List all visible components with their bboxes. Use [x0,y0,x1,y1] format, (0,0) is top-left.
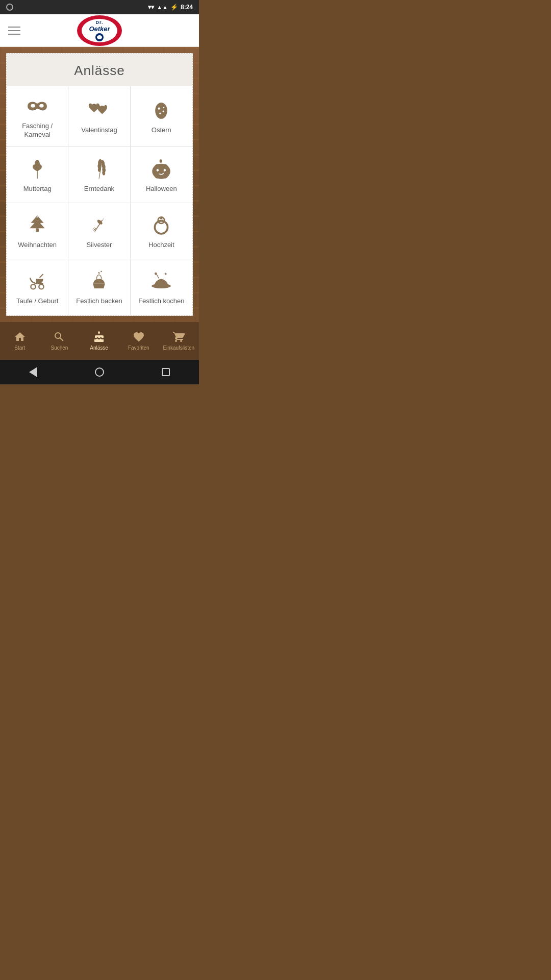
kochen-label: Festlich kochen [138,297,184,306]
mask-icon [27,95,48,117]
main-content: Anlässe Fasching /Karneval Valentinstag [0,47,199,322]
nav-start[interactable]: Start [5,331,35,351]
svg-marker-40 [101,271,103,273]
roast-icon [151,271,172,292]
svg-point-0 [31,104,35,108]
ostern-label: Ostern [152,126,171,135]
battery-icon: ⚡ [170,4,178,11]
time-display: 8:24 [181,4,193,11]
wheat-icon [88,158,110,180]
backen-label: Festlich backen [76,297,122,306]
weihnachten-label: Weihnachten [18,241,57,250]
nav-favoriten[interactable]: Favoriten [123,331,154,351]
home-button[interactable] [92,365,107,379]
ring-icon [151,214,172,236]
occasion-taufe[interactable]: Taufe / Geburt [7,259,68,315]
pumpkin-icon [151,158,172,180]
search-icon [53,331,65,343]
svg-point-5 [160,113,161,114]
wifi-icon: ▾▾ [148,4,154,11]
svg-point-2 [156,103,168,119]
fasching-label: Fasching /Karneval [22,122,53,139]
svg-point-43 [155,273,157,275]
egg-icon [151,100,172,121]
logo: Dr. Oetker [77,15,122,46]
status-bar: ▾▾ ▲▲ ⚡ 8:24 [0,0,199,14]
app-header: Dr. Oetker [0,14,199,47]
svg-point-20 [162,164,169,178]
occasion-erntedank[interactable]: Erntedank [68,147,130,203]
svg-rect-24 [161,173,162,174]
nav-suchen-label: Suchen [51,345,68,351]
occasion-backen[interactable]: Festlich backen [68,259,130,315]
hochzeit-label: Hochzeit [148,241,174,250]
nav-anlaesse[interactable]: Anlässe [84,331,114,351]
occasion-muttertag[interactable]: 3 Muttertag [7,147,68,203]
tree-icon [27,214,48,236]
silvester-label: Silvester [87,241,112,250]
svg-point-33 [102,218,103,219]
taufe-label: Taufe / Geburt [16,297,58,306]
back-button[interactable] [26,365,40,379]
svg-marker-44 [164,273,167,275]
cart-icon [172,331,185,343]
svg-point-4 [163,111,164,112]
occasion-hochzeit[interactable]: Hochzeit [131,203,192,259]
occasion-ostern[interactable]: Ostern [131,86,192,147]
occasion-fasching[interactable]: Fasching /Karneval [7,86,68,147]
svg-point-8 [35,160,40,168]
svg-marker-26 [30,219,44,228]
notification-dot [6,4,13,11]
heart-icon [133,331,145,343]
svg-point-38 [39,284,43,289]
svg-point-1 [39,104,43,108]
occasion-kochen[interactable]: Festlich kochen [131,259,192,315]
android-nav-bar [0,360,199,384]
halloween-label: Halloween [146,185,177,193]
occasion-valentinstag[interactable]: Valentinstag [68,86,130,147]
status-right: ▾▾ ▲▲ ⚡ 8:24 [148,4,193,11]
cupcake-icon [88,271,110,292]
recents-button[interactable] [159,365,173,379]
nav-einkaufslisten[interactable]: Einkaufslisten [163,331,194,351]
svg-point-3 [158,108,160,110]
hearts-icon [88,100,110,121]
menu-button[interactable] [8,27,20,35]
nav-favoriten-label: Favoriten [128,345,149,351]
occasion-weihnachten[interactable]: Weihnachten [7,203,68,259]
occasion-halloween[interactable]: Halloween [131,147,192,203]
occasions-grid: Fasching /Karneval Valentinstag [7,86,192,315]
home-icon [14,331,26,343]
tulip-icon: 3 [27,158,48,180]
svg-point-37 [31,284,36,289]
nav-suchen[interactable]: Suchen [44,331,74,351]
svg-point-6 [163,107,165,109]
nav-start-label: Start [14,345,25,351]
svg-point-19 [154,164,161,178]
occasion-silvester[interactable]: Silvester [68,203,130,259]
bottom-nav: Start Suchen Anlässe Favoriten Einkaufsl… [0,322,199,360]
svg-rect-27 [36,228,39,232]
nav-anlaesse-label: Anlässe [90,345,108,351]
erntedank-label: Erntedank [84,185,114,193]
svg-rect-23 [159,173,160,174]
valentinstag-label: Valentinstag [81,126,117,135]
page-title: Anlässe [7,54,192,86]
svg-line-42 [157,274,159,278]
svg-line-39 [40,274,43,278]
cake-icon [93,331,105,343]
svg-point-34 [155,220,168,233]
svg-line-32 [93,227,95,229]
svg-rect-17 [160,159,162,163]
rocket-icon [88,214,110,236]
occasions-card: Anlässe Fasching /Karneval Valentinstag [6,53,193,316]
stroller-icon [27,271,48,292]
muttertag-label: Muttertag [23,185,52,193]
nav-einkaufslisten-label: Einkaufslisten [163,345,194,351]
signal-icon: ▲▲ [157,4,168,10]
